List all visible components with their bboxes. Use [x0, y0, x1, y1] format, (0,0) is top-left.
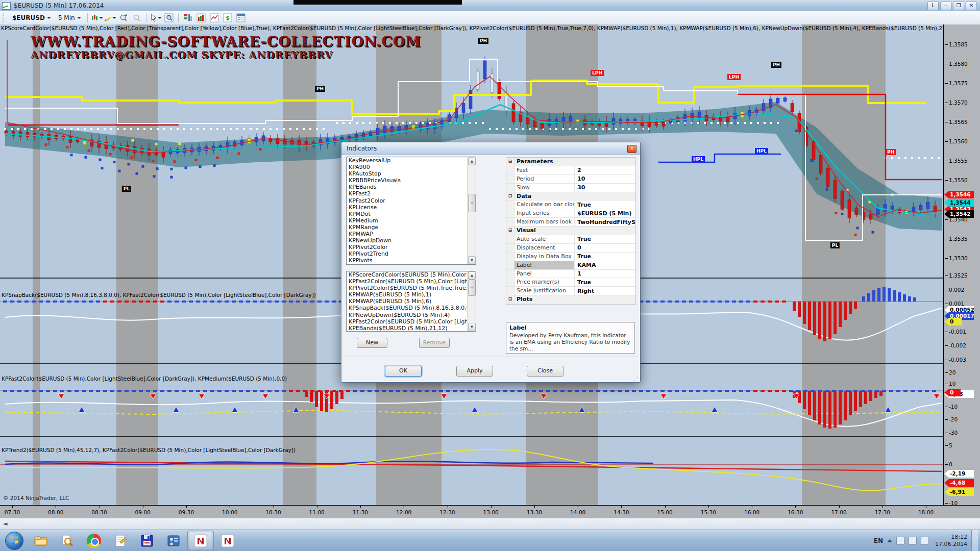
cursor-mode-button[interactable] — [150, 13, 162, 23]
property-group-visual[interactable]: ⊟Visual — [506, 227, 635, 235]
property-group-parameters[interactable]: ⊟Parameters — [506, 158, 635, 166]
property-value[interactable]: True — [575, 278, 635, 286]
instrument-dropdown[interactable]: $EURUSD — [9, 13, 55, 23]
property-value[interactable]: True — [575, 235, 635, 243]
scroll-up-arrow[interactable]: ▲ — [468, 271, 476, 280]
indicator-list-item[interactable]: KPMRange — [347, 224, 476, 231]
drawing-tools-button[interactable] — [104, 13, 116, 23]
taskbar-chrome-button[interactable] — [81, 531, 107, 550]
available-indicators-list[interactable]: KeyReversalUpKPA900KPAutoStopKPBBBPriceV… — [346, 157, 476, 265]
indicator-list-item[interactable]: KPPivot2Trend — [347, 251, 476, 257]
property-row-fast[interactable]: Fast2 — [506, 166, 635, 175]
indicator-list-item[interactable]: KPMedium — [347, 217, 476, 224]
configured-indicators-list[interactable]: KPScoreCardColor($EURUSD (5 Min),Color [… — [346, 271, 476, 332]
taskbar-control-panel-button[interactable] — [161, 531, 186, 550]
maximize-button[interactable]: ❐ — [953, 2, 964, 10]
scroll-left-arrow[interactable]: ◄ — [3, 520, 7, 527]
collapse-icon[interactable]: ⊟ — [506, 295, 514, 304]
data-box-button[interactable] — [235, 13, 247, 23]
apply-button[interactable]: Apply — [456, 366, 493, 377]
property-value[interactable]: True — [575, 201, 635, 209]
scroll-down-arrow[interactable]: ▼ — [468, 256, 476, 264]
indicator-list-item[interactable]: KPA900 — [347, 164, 476, 170]
scroll-up-arrow[interactable]: ▲ — [468, 157, 476, 165]
property-row-displacement[interactable]: Displacement0 — [506, 244, 635, 253]
configured-indicator-item[interactable]: KPMWAP($EURUSD (5 Min),1) — [347, 291, 476, 298]
collapse-icon[interactable]: ⊟ — [506, 192, 514, 201]
layout-button[interactable]: L — [927, 2, 939, 10]
indicator-list-item[interactable]: KPPivot2Color — [347, 244, 476, 251]
zoom-in-button[interactable] — [117, 13, 130, 23]
property-group-plots[interactable]: ⊟Plots — [506, 295, 635, 304]
indicator-list-item[interactable]: KPMDot — [347, 211, 476, 217]
dialog-titlebar[interactable]: Indicators — [341, 142, 640, 155]
list-scrollbar[interactable]: ▲▼ — [467, 271, 476, 331]
minimize-button[interactable]: – — [940, 2, 951, 10]
property-group-data[interactable]: ⊟Data — [506, 192, 635, 201]
time-axis[interactable]: 07:3008:0008:3009:0009:3010:0010:3011:00… — [0, 505, 980, 518]
property-value[interactable]: True — [575, 253, 635, 261]
show-desktop-button[interactable] — [971, 530, 978, 551]
horizontal-scrollbar[interactable]: ◄ — [0, 518, 980, 530]
collapse-icon[interactable]: ⊟ — [506, 158, 514, 166]
scroll-down-arrow[interactable]: ▼ — [468, 323, 476, 331]
list-scrollbar[interactable]: ▲▼ — [467, 157, 476, 264]
property-value[interactable]: Right — [575, 287, 635, 295]
taskbar-notepad-button[interactable] — [108, 531, 133, 550]
property-row-calculate-on-bar-close[interactable]: Calculate on bar closeTrue — [506, 201, 635, 209]
taskbar-save-tool-button[interactable] — [134, 531, 160, 550]
language-indicator[interactable]: EN — [874, 537, 883, 544]
remove-button[interactable]: Remove — [419, 338, 450, 348]
indicator-list-item[interactable]: KPEBands — [347, 184, 476, 190]
configured-indicator-item[interactable]: KPSnapBack($EURUSD (5 Min),8,16,3,8,0,0) — [347, 305, 476, 311]
chart-style-button[interactable] — [91, 13, 103, 23]
property-value[interactable]: Line; Solid; 1px — [575, 304, 635, 305]
tray-icon-network[interactable] — [921, 537, 929, 545]
ok-button[interactable]: OK — [385, 366, 422, 377]
scroll-thumb[interactable] — [468, 194, 476, 212]
configured-indicator-item[interactable]: KPScoreCardColor($EURUSD (5 Min),Color [… — [347, 271, 476, 278]
property-row-scale-justification[interactable]: Scale justificationRight — [506, 287, 635, 295]
property-value[interactable]: 2 — [575, 166, 635, 174]
property-row-kama[interactable]: ⊞KAMALine; Solid; 1px — [506, 304, 635, 305]
bar-analysis-button[interactable] — [195, 13, 207, 23]
properties-grid[interactable]: ⊟ParametersFast2Period10Slow30⊟DataCalcu… — [506, 157, 636, 305]
tray-expand-icon[interactable] — [887, 539, 892, 542]
tray-icon-shield[interactable] — [896, 537, 904, 545]
close-button[interactable]: Close — [527, 366, 564, 377]
property-row-slow[interactable]: Slow30 — [506, 184, 635, 192]
configured-indicator-item[interactable]: KPFast2Color($EURUSD (5 Min),Color [Ligh… — [347, 278, 476, 285]
indicator-list-item[interactable]: KPMWAP — [347, 231, 476, 237]
scroll-thumb[interactable] — [468, 280, 476, 296]
tray-icon-volume[interactable] — [909, 537, 917, 545]
property-value[interactable]: TwoHundredFiftySix — [575, 218, 635, 226]
expand-icon[interactable]: ⊞ — [506, 304, 514, 305]
taskbar-explorer-button[interactable] — [28, 531, 54, 550]
account-button[interactable]: $ — [222, 13, 234, 23]
configured-indicator-item[interactable]: KPMWAP($EURUSD (5 Min),6) — [347, 298, 476, 305]
zoom-out-button[interactable] — [131, 13, 143, 23]
indicator-list-item[interactable]: KPBBBPriceVisuals — [347, 177, 476, 184]
property-value[interactable]: 10 — [575, 175, 635, 183]
indicator-list-item[interactable]: KPPivots — [347, 257, 476, 264]
property-value[interactable]: 1 — [575, 270, 635, 278]
collapse-icon[interactable]: ⊟ — [506, 227, 514, 235]
property-value[interactable]: 30 — [575, 184, 635, 192]
taskbar-ninjatrader-button[interactable] — [215, 531, 240, 550]
property-value[interactable]: $EURUSD (5 Min) — [575, 209, 635, 217]
property-row-auto-scale[interactable]: Auto scaleTrue — [506, 235, 635, 244]
property-row-maximum-bars-look-ba[interactable]: Maximum bars look baTwoHundredFiftySix — [506, 218, 635, 227]
zoom-window-button[interactable] — [163, 13, 175, 23]
close-button[interactable]: ✕ — [966, 2, 977, 10]
taskbar-ninjatrader-button-active[interactable] — [187, 531, 214, 551]
resize-grip[interactable]: ⋰ — [634, 376, 639, 381]
indicator-list-item[interactable]: KeyReversalUp — [347, 157, 476, 164]
indicator-list-item[interactable]: KPFast2 — [347, 190, 476, 197]
indicator-list-item[interactable]: KPAutoStop — [347, 170, 476, 177]
configured-indicator-item[interactable]: KPNewUpDown($EURUSD (5 Min),4) — [347, 312, 476, 318]
configured-indicator-item[interactable]: KPFast2Color($EURUSD (5 Min),Color [Ligh… — [347, 318, 476, 325]
price-axis[interactable]: 1,35851,35801,35751,35701,35651,35601,35… — [943, 24, 980, 505]
taskbar-search-button[interactable] — [55, 531, 80, 550]
mini-chart-button[interactable] — [208, 13, 220, 23]
indicator-list-item[interactable]: KPLicense — [347, 204, 476, 211]
